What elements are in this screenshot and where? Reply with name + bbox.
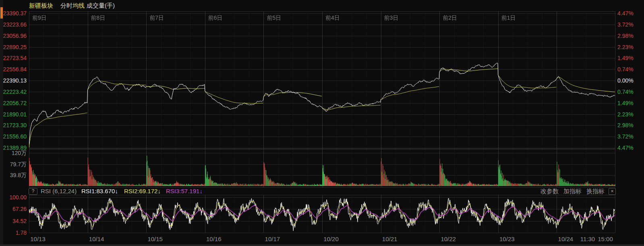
pct-axis-label: 2.23% [617,44,634,50]
day-label: 前8日 [91,14,106,21]
close-indicator-button[interactable]: × [609,188,616,195]
down-arrow-icon: ↓ [115,188,118,194]
date-label: 10/17 [265,236,280,243]
volume-chart-canvas[interactable] [29,149,615,188]
date-label: 10/14 [89,236,104,243]
volume-panel [29,149,615,188]
date-label: 10/24 [558,236,574,243]
price-chart-canvas[interactable] [29,11,615,149]
rsi2-text: RSI2:69.172 [124,188,157,194]
volume-axis-label: 120万 [1,150,27,156]
volume-axis-label: 79.7万 [1,161,27,167]
help-button[interactable]: ? [29,188,37,195]
tab-volume[interactable]: 成交量(手) [87,0,115,11]
price-axis-label: 21723.30 [1,122,27,128]
change-params-button[interactable]: 改参数 [540,188,559,195]
chart-header: 新疆板块 分时 均线 成交量(手) [0,0,644,11]
price-axis-label: 22223.42 [1,89,27,95]
add-indicator-button[interactable]: 加指标 [563,188,582,195]
price-axis-label: 22556.84 [1,66,27,72]
tab-junxian[interactable]: 均线 [72,0,85,11]
price-axis-label: 23223.66 [1,21,27,28]
price-axis-label: 22723.54 [1,55,27,61]
day-label: 前3日 [384,14,399,21]
pct-axis-label: 1.49% [617,100,634,106]
rsi1-value: RSI1:83.670↓ [81,188,118,195]
date-label: 10/22 [441,236,456,243]
price-axis-label: 23390.37 [1,10,27,17]
rsi-axis-label: 34.52 [2,218,27,224]
time-label: 11:30 [580,236,595,243]
rsi3-value: RSI3:57.191↓ [166,188,203,195]
day-label: 前2日 [443,14,457,21]
day-label: 前5日 [267,14,281,21]
price-axis-label: 22890.25 [1,44,27,50]
pct-axis-label: 1.49% [617,55,634,61]
pct-axis-label: 0.00% [617,77,634,84]
pct-axis-label: 2.23% [617,111,634,118]
pct-axis-label: 4.47% [617,145,634,151]
indicator-name[interactable]: RSI (6,12,24) [41,188,77,195]
date-label: 10/23 [499,236,515,243]
rsi-axis-label: 100.00 [2,194,27,201]
pct-axis-label: 2.98% [617,33,634,39]
price-panel [29,11,615,149]
indicator-bar: ? RSI (6,12,24) RSI1:83.670↓ RSI2:69.172… [0,188,644,195]
rsi2-value: RSI2:69.172↓ [124,188,161,195]
pct-axis-label: 3.72% [617,21,634,28]
rsi1-text: RSI1:83.670 [81,188,115,194]
rsi-axis-label: 1.78 [2,229,27,236]
price-axis-label: 22390.13 [1,77,27,84]
pct-axis-label: 2.98% [617,122,634,128]
stock-chart-app: 新疆板块 分时 均线 成交量(手) ? RSI (6,12,24) RSI1:8… [0,0,644,246]
pct-axis-label: 0.74% [617,89,634,95]
price-axis-label: 22056.72 [1,100,27,106]
date-label: 10/20 [323,236,339,243]
day-label: 前7日 [149,14,164,21]
date-label: 10/21 [382,236,398,243]
rsi3-text: RSI3:57.191 [166,188,199,194]
tab-fenshi[interactable]: 分时 [60,0,72,11]
date-label: 10/13 [30,236,46,243]
switch-indicator-button[interactable]: 换指标 [586,188,605,195]
day-label: 前1日 [501,14,516,21]
date-label: 10/16 [206,236,222,243]
down-arrow-icon: ↓ [157,188,161,194]
pct-axis-label: 3.72% [617,133,634,140]
rsi-chart-canvas[interactable] [29,195,615,233]
rsi-panel [29,195,615,233]
day-label: 前9日 [32,14,47,21]
date-label: 10/15 [147,236,163,243]
volume-axis-label: 39.8万 [1,172,27,178]
pct-axis-label: 0.74% [617,66,634,72]
down-arrow-icon: ↓ [199,188,203,194]
price-axis-label: 23056.96 [1,33,27,39]
time-label: 15:00 [598,236,613,243]
bottom-strip [0,244,644,246]
price-axis-label: 21890.01 [1,111,27,118]
rsi-axis-label: 67.26 [2,206,27,212]
price-axis-label: 21556.60 [1,133,27,140]
pct-axis-label: 4.47% [617,10,634,17]
sector-title: 新疆板块 [29,0,53,11]
day-label: 前6日 [208,14,223,21]
day-label: 前4日 [325,14,340,21]
